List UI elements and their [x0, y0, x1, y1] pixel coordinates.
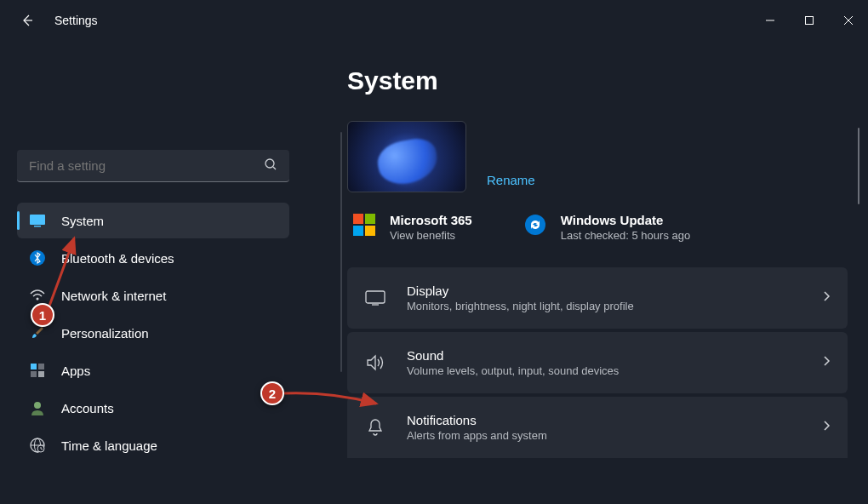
display-icon	[364, 290, 386, 306]
sidebar-item-network[interactable]: Network & internet	[17, 278, 289, 313]
svg-point-14	[34, 402, 41, 409]
quick-subtitle: View benefits	[390, 229, 472, 242]
sidebar-item-personalization[interactable]: Personalization	[17, 315, 289, 351]
svg-rect-22	[366, 291, 385, 303]
sound-icon	[364, 354, 386, 371]
sidebar-item-label: Bluetooth & devices	[61, 251, 174, 266]
account-icon	[29, 399, 46, 416]
close-icon	[843, 15, 854, 26]
svg-rect-7	[34, 226, 41, 227]
sidebar-item-label: Accounts	[61, 401, 114, 415]
svg-rect-6	[30, 215, 45, 225]
quick-windows-update[interactable]: Windows Update Last checked: 5 hours ago	[523, 213, 691, 242]
sidebar-item-label: Network & internet	[61, 289, 166, 303]
setting-subtitle: Monitors, brightness, night light, displ…	[407, 300, 802, 312]
microsoft-icon	[352, 213, 376, 237]
app-title: Settings	[54, 14, 98, 27]
svg-point-4	[266, 159, 274, 168]
setting-display[interactable]: Display Monitors, brightness, night ligh…	[347, 267, 848, 329]
bell-icon	[364, 418, 386, 437]
bluetooth-icon	[29, 249, 46, 266]
quick-subtitle: Last checked: 5 hours ago	[561, 229, 691, 242]
setting-sound[interactable]: Sound Volume levels, output, input, soun…	[347, 332, 848, 393]
sidebar-item-time-language[interactable]: Time & language	[17, 427, 289, 463]
main-scrollbar[interactable]	[858, 128, 859, 204]
sidebar-item-label: Time & language	[61, 438, 157, 453]
setting-subtitle: Alerts from apps and system	[407, 429, 802, 442]
svg-rect-1	[806, 17, 814, 25]
arrow-left-icon	[20, 14, 34, 27]
sidebar-item-label: System	[61, 214, 104, 228]
update-icon	[523, 213, 547, 237]
device-thumbnail[interactable]	[347, 121, 466, 192]
annotation-badge-1: 1	[31, 303, 54, 327]
close-button[interactable]	[829, 7, 868, 34]
sidebar-item-label: Apps	[61, 364, 90, 378]
sidebar-scrollbar[interactable]	[340, 132, 342, 372]
brush-icon	[29, 324, 46, 341]
svg-rect-12	[31, 371, 37, 377]
chevron-right-icon	[822, 420, 831, 435]
chevron-right-icon	[822, 290, 831, 306]
minimize-icon	[765, 15, 775, 26]
sidebar-item-accounts[interactable]: Accounts	[17, 390, 289, 426]
quick-title: Windows Update	[561, 213, 691, 227]
setting-title: Notifications	[407, 413, 802, 427]
sidebar-item-apps[interactable]: Apps	[17, 352, 289, 388]
svg-line-5	[273, 167, 276, 169]
annotation-badge-2: 2	[260, 381, 284, 405]
monitor-icon	[29, 212, 46, 229]
setting-notifications[interactable]: Notifications Alerts from apps and syste…	[347, 397, 848, 458]
quick-microsoft-365[interactable]: Microsoft 365 View benefits	[352, 213, 472, 242]
maximize-icon	[804, 15, 814, 26]
search-input[interactable]	[17, 150, 289, 182]
maximize-button[interactable]	[790, 7, 829, 34]
svg-rect-10	[31, 364, 37, 369]
globe-icon	[29, 437, 46, 454]
svg-rect-11	[38, 364, 44, 369]
setting-subtitle: Volume levels, output, input, sound devi…	[407, 364, 802, 377]
back-button[interactable]	[17, 10, 37, 31]
sidebar-item-bluetooth[interactable]: Bluetooth & devices	[17, 240, 289, 276]
svg-point-9	[37, 298, 39, 301]
wifi-icon	[29, 287, 46, 304]
minimize-button[interactable]	[751, 7, 790, 34]
sidebar-nav: System Bluetooth & devices Network & int…	[17, 203, 289, 463]
setting-title: Sound	[407, 348, 802, 363]
setting-title: Display	[407, 284, 802, 298]
svg-rect-13	[38, 371, 44, 377]
sidebar-item-system[interactable]: System	[17, 203, 289, 238]
sidebar-item-label: Personalization	[61, 326, 149, 341]
rename-link[interactable]: Rename	[487, 173, 535, 192]
search-box[interactable]	[17, 150, 289, 182]
page-title: System	[347, 66, 848, 95]
quick-title: Microsoft 365	[390, 213, 472, 227]
search-icon	[264, 158, 277, 175]
apps-icon	[29, 362, 46, 379]
chevron-right-icon	[822, 355, 831, 370]
